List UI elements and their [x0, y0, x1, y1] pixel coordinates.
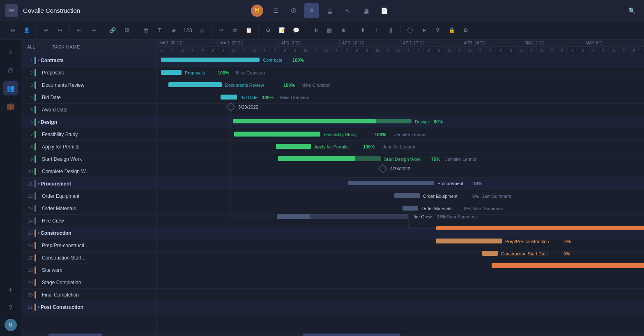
add-task-button[interactable]: ⊕: [7, 24, 19, 37]
add-person-button[interactable]: 👤: [21, 24, 33, 37]
nav-home[interactable]: ⌂: [3, 44, 18, 59]
nav-work[interactable]: 💼: [3, 99, 18, 114]
toolbar-divider-6: [258, 26, 259, 35]
task-label: Complete Design W...: [42, 169, 90, 174]
task-row[interactable]: 7 Feasibility Study: [21, 128, 156, 141]
note-button[interactable]: 📝: [276, 24, 288, 37]
gantt-day: T: [260, 47, 270, 54]
task-row[interactable]: 18 Site work: [21, 264, 156, 276]
chart-view-icon[interactable]: ∿: [340, 3, 355, 18]
cut-button[interactable]: ✂: [215, 24, 227, 37]
expand-icon[interactable]: ▾: [38, 305, 40, 309]
gantt-row-2: [157, 67, 644, 79]
nav-add[interactable]: +: [3, 283, 18, 297]
share-button[interactable]: ➤: [418, 24, 430, 37]
link-button[interactable]: 🔗: [106, 24, 119, 37]
redo-button[interactable]: ↪: [54, 24, 66, 37]
nav-avatar[interactable]: U: [5, 319, 17, 331]
task-row[interactable]: 10 Complete Design W...: [21, 165, 156, 178]
gantt-body[interactable]: Contracts 100% Proposals 100% Mike Crans…: [157, 54, 644, 333]
expand-icon[interactable]: ▾: [38, 231, 40, 235]
outdent-button[interactable]: ⇤: [73, 24, 85, 37]
gantt-day: M: [229, 47, 239, 54]
export-button[interactable]: ⬆: [356, 24, 369, 37]
task-row[interactable]: 8 Apply for Permits: [21, 141, 156, 153]
task-row[interactable]: 15 ▾ Construction: [21, 227, 156, 239]
info-button[interactable]: ⓘ: [404, 24, 416, 37]
task-label: Feasibility Study: [42, 132, 78, 137]
shape-button[interactable]: ◇: [196, 24, 208, 37]
sheet-view-icon[interactable]: ▤: [322, 3, 337, 18]
scrollbar-thumb[interactable]: [48, 334, 103, 336]
gantt-week: MAY, 8 '2: [583, 39, 644, 46]
task-row[interactable]: 9 Start Design Work: [21, 153, 156, 165]
task-row[interactable]: 2 Proposals: [21, 67, 156, 79]
gantt-week: MAR, 20 '22: [157, 39, 218, 46]
gantt-day: S: [208, 47, 218, 54]
task-row[interactable]: 19 Stage Completion: [21, 276, 156, 289]
file-view-icon[interactable]: 📄: [377, 3, 391, 18]
settings-button[interactable]: ⚙: [460, 24, 472, 37]
task-number: 11: [23, 181, 34, 186]
gantt-grid: [157, 54, 644, 333]
task-color-indicator: [34, 291, 36, 299]
text-format-button[interactable]: T: [154, 24, 166, 37]
paint-button[interactable]: ◈: [168, 24, 180, 37]
task-color-indicator: [34, 192, 36, 200]
task-row[interactable]: 4 Bid Date: [21, 91, 156, 104]
filter-button[interactable]: ⊽: [432, 24, 444, 37]
search-icon[interactable]: 🔍: [624, 3, 639, 18]
dependency-button[interactable]: ⚙: [262, 24, 274, 37]
lock-button[interactable]: 🔒: [446, 24, 458, 37]
nav-help[interactable]: ?: [3, 301, 18, 315]
columns-view-icon[interactable]: ⦿: [286, 3, 301, 18]
zoom-button[interactable]: ⊕: [337, 24, 350, 37]
copy-button[interactable]: ⧉: [229, 24, 241, 37]
toolbar-divider-9: [400, 26, 400, 35]
task-row[interactable]: 21 ▾ Post Construction: [21, 301, 156, 313]
task-row[interactable]: 5 Award Date: [21, 104, 156, 116]
comment-button[interactable]: 💬: [290, 24, 302, 37]
nav-history[interactable]: ◷: [3, 63, 18, 77]
delete-button[interactable]: 🗑: [140, 24, 152, 37]
task-number: 15: [23, 231, 34, 236]
task-label: Final Completion: [42, 292, 79, 298]
task-number: 8: [23, 144, 34, 149]
task-row[interactable]: 1 ▾ Contracts: [21, 54, 156, 67]
grid-button[interactable]: ▦: [323, 24, 336, 37]
task-row[interactable]: 16 Prep/Pre-constructi...: [21, 239, 156, 252]
task-row[interactable]: 3 Documents Review: [21, 79, 156, 91]
gantt-day: T: [455, 47, 465, 54]
task-row[interactable]: 11 ▾ Procurement: [21, 178, 156, 190]
expand-icon[interactable]: ▾: [38, 120, 40, 124]
side-nav: ⌂ ◷ 👥 💼 + ? U: [0, 39, 21, 336]
expand-icon[interactable]: ▾: [38, 182, 40, 186]
paste-button[interactable]: 📋: [243, 24, 255, 37]
app-title: Govalle Construction: [23, 7, 246, 14]
task-row[interactable]: 20 Final Completion: [21, 289, 156, 301]
task-row[interactable]: 13 Order Materials: [21, 202, 156, 215]
list-view-icon[interactable]: ☰: [268, 3, 283, 18]
table-view-icon[interactable]: ≡: [304, 3, 319, 18]
print-button[interactable]: 🖨: [384, 24, 397, 37]
upload-button[interactable]: ↑: [370, 24, 383, 37]
undo-button[interactable]: ↩: [40, 24, 52, 37]
task-row[interactable]: 12 Order Equipment: [21, 190, 156, 202]
expand-icon[interactable]: ▾: [38, 58, 40, 63]
unlink-button[interactable]: ⛓: [120, 24, 133, 37]
indent-button[interactable]: ⇥: [87, 24, 99, 37]
gantt-scrollbar[interactable]: [157, 333, 644, 336]
task-list-scrollbar[interactable]: [21, 333, 156, 336]
user-avatar[interactable]: 🐱: [251, 5, 263, 17]
app-logo[interactable]: PM: [5, 4, 18, 17]
column-mgr-button[interactable]: ⊞: [309, 24, 322, 37]
task-row[interactable]: 6 ▾ Design: [21, 116, 156, 128]
calendar-view-icon[interactable]: ▦: [359, 3, 373, 18]
gantt-scrollbar-thumb[interactable]: [303, 334, 400, 336]
number-button[interactable]: 123: [182, 24, 194, 37]
task-row[interactable]: 17 Construction Start ...: [21, 252, 156, 264]
all-filter-button[interactable]: ALL: [25, 44, 38, 50]
task-row[interactable]: 14 Hire Crew: [21, 215, 156, 227]
nav-people[interactable]: 👥: [3, 81, 18, 95]
task-label: Award Date: [42, 107, 67, 113]
